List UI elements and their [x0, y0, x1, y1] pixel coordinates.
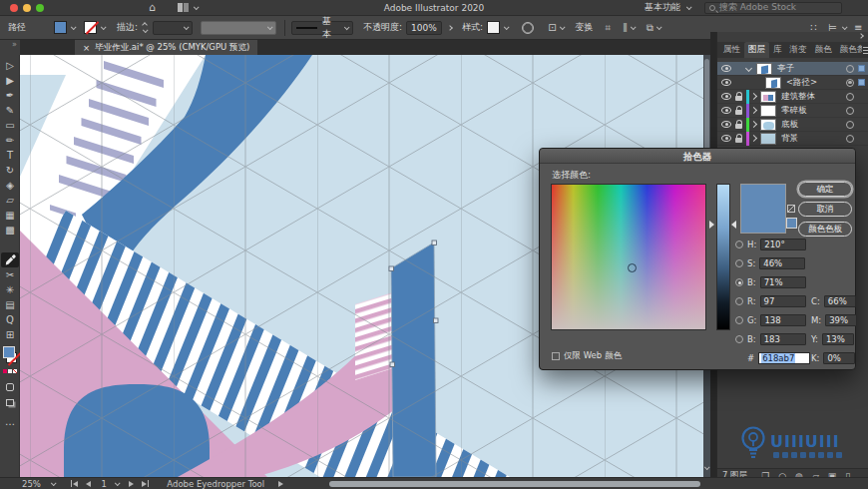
symbol-sprayer-tool[interactable]: ✳ — [1, 282, 19, 297]
target-circle-icon[interactable] — [846, 65, 854, 73]
layer-row-tingzi[interactable]: 亭子 — [717, 62, 868, 76]
saturation-radio[interactable] — [735, 259, 743, 267]
tab-close-icon[interactable]: × — [83, 43, 90, 53]
expand-chevron-icon[interactable] — [745, 65, 752, 72]
gamut-warning-icon[interactable] — [787, 205, 795, 213]
align-icon[interactable]: ⫼ — [623, 22, 628, 34]
home-icon[interactable]: ⌂ — [149, 1, 156, 14]
visibility-eye-icon[interactable] — [721, 135, 731, 142]
target-circle-icon[interactable] — [846, 93, 854, 101]
close-window-button[interactable] — [10, 4, 18, 12]
tab-gradient[interactable]: 渐变 — [786, 42, 811, 58]
workspace-switcher[interactable]: 基本功能 — [645, 1, 680, 14]
pathfinder-icon[interactable]: ⧉ — [647, 22, 653, 34]
brightness-radio[interactable] — [735, 278, 743, 286]
color-spectrum-field[interactable] — [551, 184, 706, 330]
ok-button[interactable]: 确定 — [798, 182, 852, 197]
layer-row-lingsuiban[interactable]: 零碎板 — [717, 104, 868, 118]
visibility-eye-icon[interactable] — [721, 107, 731, 114]
arrange-documents-icon[interactable] — [178, 3, 189, 12]
opacity-expand-chevron-icon[interactable] — [447, 25, 453, 31]
previous-artboard-icon[interactable] — [86, 481, 91, 487]
color-swatches-button[interactable]: 颜色色板 — [798, 222, 852, 237]
stroke-weight-dropdown[interactable] — [153, 21, 193, 35]
isolate-chevron-icon[interactable] — [559, 24, 565, 30]
hue-row[interactable]: H:210° — [735, 239, 806, 250]
transform-link[interactable]: 变换 — [576, 21, 594, 34]
target-circle-icon[interactable] — [846, 79, 854, 87]
layer-name[interactable]: 建筑整体 — [781, 91, 846, 103]
visibility-eye-icon[interactable] — [721, 79, 731, 86]
layer-row-diban[interactable]: 底板 — [717, 118, 868, 132]
zoom-chevron-icon[interactable] — [51, 480, 57, 486]
tab-layers[interactable]: 图层 — [744, 42, 769, 58]
status-expand-icon[interactable] — [278, 481, 283, 487]
hue-radio[interactable] — [735, 241, 743, 248]
curvature-tool[interactable]: ✎ — [1, 103, 19, 118]
stock-search-input[interactable]: 搜索 Adobe Stock — [704, 2, 842, 14]
hex-field[interactable]: 618ab7 — [758, 352, 810, 364]
paintbrush-tool[interactable]: ✏ — [1, 133, 19, 148]
brightness-slider[interactable] — [716, 184, 730, 330]
arrange-documents-chevron-icon[interactable] — [194, 4, 200, 10]
document-tab[interactable]: × 毕业作业.ai* @ 25% (CMYK/GPU 预览) — [75, 40, 257, 55]
layer-name[interactable]: 零碎板 — [781, 105, 846, 117]
visibility-eye-icon[interactable] — [721, 121, 731, 128]
cyan-field[interactable]: 66% — [824, 295, 856, 307]
artboard-number[interactable]: 1 — [101, 479, 106, 489]
lock-icon[interactable] — [735, 138, 742, 143]
graph-tool[interactable]: ▤ — [1, 297, 19, 312]
saturation-field[interactable]: 46% — [759, 257, 805, 269]
stroke-chevron-icon[interactable] — [101, 24, 107, 30]
slider-right-arrow-icon[interactable] — [731, 221, 736, 229]
style-chevron-icon[interactable] — [504, 24, 510, 30]
web-only-checkbox[interactable] — [552, 352, 560, 360]
saturation-row[interactable]: S:46% — [735, 257, 805, 269]
target-circle-icon[interactable] — [846, 107, 854, 115]
dialog-title[interactable]: 拾色器 — [540, 149, 855, 164]
red-radio[interactable] — [735, 297, 743, 305]
selection-tool[interactable]: ▷ — [1, 58, 19, 73]
pen-tool[interactable]: ✒ — [1, 88, 19, 103]
mesh-tool[interactable]: ▦ — [1, 208, 19, 223]
brush-definition-dropdown[interactable] — [201, 21, 276, 35]
selection-square[interactable] — [858, 65, 865, 72]
zoom-tool[interactable]: Q — [1, 312, 19, 327]
red-row[interactable]: R:97 — [735, 295, 806, 307]
fill-chevron-icon[interactable] — [71, 24, 77, 30]
last-artboard-icon[interactable] — [142, 481, 147, 487]
green-row[interactable]: G:138 — [735, 314, 806, 326]
expand-chevron-icon[interactable] — [750, 121, 757, 128]
brightness-row[interactable]: B:71% — [735, 276, 806, 288]
blue-field[interactable]: 183 — [760, 333, 806, 345]
style-swatch[interactable] — [487, 21, 500, 34]
draw-mode-button[interactable] — [1, 379, 19, 394]
stroke-style-dropdown[interactable]: 基本 — [291, 21, 353, 35]
color-marker[interactable] — [628, 263, 637, 272]
document-setup-globe-icon[interactable] — [522, 22, 534, 34]
layer-row-beijing[interactable]: 背景 — [717, 132, 868, 146]
tab-color-guide[interactable]: 颜色参 — [836, 42, 862, 58]
layer-name[interactable]: <路径> — [786, 77, 846, 89]
tab-color[interactable]: 颜色 — [811, 42, 836, 58]
artboard-tool[interactable]: ⊞ — [1, 327, 19, 342]
screen-mode-button[interactable] — [1, 395, 19, 410]
zoom-window-button[interactable] — [36, 4, 44, 12]
horizontal-scrollbar[interactable] — [329, 481, 700, 487]
stroke-weight-stepper[interactable] — [143, 23, 147, 33]
black-field[interactable]: 0% — [823, 352, 855, 364]
align-chevron-icon[interactable] — [631, 24, 637, 30]
pathfinder-chevron-icon[interactable] — [656, 24, 662, 30]
eyedropper-tool[interactable] — [1, 252, 19, 267]
next-artboard-icon[interactable] — [129, 481, 134, 487]
lock-icon[interactable] — [735, 96, 742, 101]
layer-name[interactable]: 底板 — [781, 119, 846, 131]
magenta-field[interactable]: 39% — [825, 314, 857, 326]
visibility-eye-icon[interactable] — [721, 93, 731, 100]
stroke-color-swatch[interactable] — [84, 21, 97, 34]
shape-builder-tool[interactable]: ▱ — [1, 193, 19, 208]
red-field[interactable]: 97 — [760, 295, 806, 307]
expand-chevron-icon[interactable] — [750, 135, 757, 142]
target-circle-icon[interactable] — [846, 135, 854, 143]
bounding-box-icon[interactable]: ⌗ — [606, 22, 612, 34]
